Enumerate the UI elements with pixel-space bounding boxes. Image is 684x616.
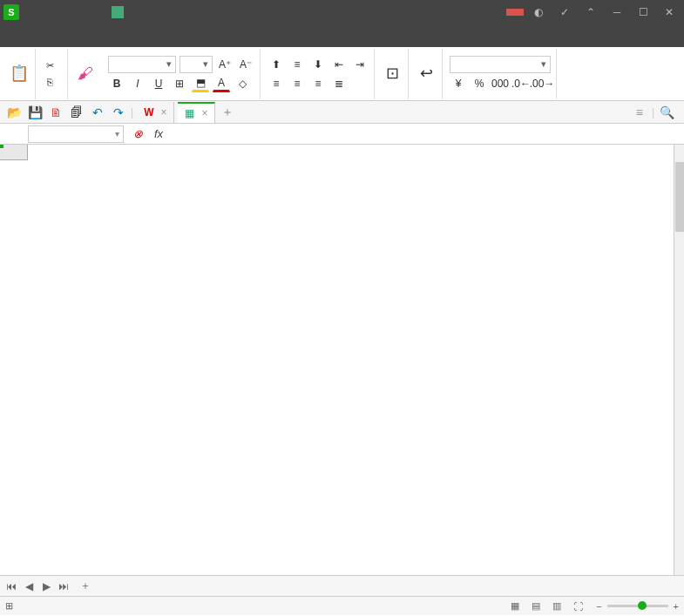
search-icon[interactable]: 🔍 [658,104,675,121]
collapse-ribbon-icon[interactable]: ⌃ [579,3,602,21]
titlebar: S ◐ ✓ ⌃ ─ ☐ ✕ [0,0,684,24]
increase-decimal-button[interactable]: .0← [512,75,530,92]
format-painter-big[interactable]: 🖌 [75,64,96,85]
close-icon[interactable]: × [201,107,207,119]
skin-icon[interactable]: ◐ [527,3,550,21]
font-size-select[interactable] [179,56,213,73]
indent-left-button[interactable]: ⇤ [330,56,348,73]
open-icon[interactable]: 📂 [5,104,23,121]
sheet-nav-next[interactable]: ▶ [38,579,54,594]
select-all-corner[interactable] [0,145,28,160]
save-icon[interactable]: 💾 [26,104,44,121]
font-color-button[interactable]: A [213,75,230,92]
login-button[interactable] [506,9,524,16]
paste-button[interactable]: 📋 [9,63,30,85]
formula-input[interactable] [169,125,684,143]
formula-bar: ⊗ fx [0,124,684,145]
wrap-icon: ↩ [416,63,437,84]
vertical-scrollbar[interactable] [674,145,684,575]
print-preview-icon[interactable]: 🗐 [68,104,85,121]
copy-button[interactable]: ⎘ [43,75,58,89]
currency-button[interactable]: ¥ [450,75,467,92]
percent-button[interactable]: % [471,75,488,92]
maximize-button[interactable]: ☐ [632,3,654,21]
align-center-button[interactable]: ≡ [288,75,306,92]
reading-view-button[interactable]: ⛶ [570,599,586,613]
fx-button[interactable]: fx [148,127,169,140]
align-right-button[interactable]: ≡ [309,75,327,92]
zoom-slider[interactable] [607,605,668,607]
fill-color-button[interactable]: ⬒ [192,75,209,92]
zoom-out-button[interactable]: − [596,601,601,612]
sheet-tab-bar: ⏮ ◀ ▶ ⏭ ＋ [0,575,684,596]
justify-button[interactable]: ≣ [330,75,348,92]
scissors-icon: ✂ [43,59,57,73]
border-button[interactable]: ⊞ [171,75,188,92]
document-tab[interactable]: ▦ × [178,102,215,123]
my-wps-tab[interactable]: W × [137,102,174,123]
align-top-button[interactable]: ⬆ [268,56,285,73]
close-icon[interactable]: × [160,106,166,118]
print-icon[interactable]: 🗎 [47,104,64,121]
ribbon: 📋 ✂ ⎘ 🖌 A⁺ A⁻ B I U ⊞ ⬒ A ◇ [0,47,684,101]
app-logo-icon: S [3,4,19,20]
menu-icon[interactable]: ≡ [631,104,648,121]
indent-right-button[interactable]: ⇥ [351,56,369,73]
sheet-nav-prev[interactable]: ◀ [21,579,37,594]
clipboard-icon: 📋 [9,63,30,84]
copy-icon: ⎘ [43,75,57,89]
wps-icon: W [144,106,153,118]
increase-font-button[interactable]: A⁺ [216,56,234,73]
cut-button[interactable]: ✂ [43,59,62,73]
decrease-decimal-button[interactable]: .00→ [533,75,551,92]
merge-center-button[interactable]: ⊡ [382,63,403,85]
decrease-font-button[interactable]: A⁻ [237,56,254,73]
page-break-view-button[interactable]: ▥ [549,599,565,613]
font-family-select[interactable] [108,56,176,73]
sheet-nav-first[interactable]: ⏮ [3,579,19,594]
brush-icon: 🖌 [75,64,96,85]
sheet-nav-last[interactable]: ⏭ [56,579,71,594]
feedback-icon[interactable]: ✓ [553,3,576,21]
align-bottom-button[interactable]: ⬇ [309,56,327,73]
status-bar: ⊞ ▦ ▤ ▥ ⛶ − + [0,596,684,615]
redo-icon[interactable]: ↷ [110,104,127,121]
cell-mode-icon: ⊞ [5,600,13,612]
italic-button[interactable]: I [129,75,146,92]
close-window-button[interactable]: ✕ [658,3,681,21]
normal-view-button[interactable]: ▦ [507,599,523,613]
clear-format-button[interactable]: ◇ [234,75,251,92]
align-left-button[interactable]: ≡ [268,75,285,92]
minimize-button[interactable]: ─ [606,3,628,21]
bold-button[interactable]: B [108,75,125,92]
undo-icon[interactable]: ↶ [89,104,106,121]
scroll-thumb[interactable] [675,162,684,232]
menu-bar [0,24,684,47]
zoom-in-button[interactable]: + [674,601,679,612]
new-tab-button[interactable]: ＋ [219,104,236,121]
document-icon [112,6,124,18]
spreadsheet-grid [0,145,684,575]
page-layout-view-button[interactable]: ▤ [528,599,544,613]
comma-button[interactable]: 000 [491,75,509,92]
xls-icon: ▦ [185,107,194,119]
name-box[interactable] [28,125,124,143]
doc-title [112,6,127,18]
cancel-formula-icon[interactable]: ⊗ [127,127,148,140]
add-sheet-button[interactable]: ＋ [75,579,96,593]
wrap-text-button[interactable]: ↩ [416,63,437,85]
underline-button[interactable]: U [150,75,167,92]
quick-access-bar: 📂 💾 🗎 🗐 ↶ ↷ | W × ▦ × ＋ ≡ | 🔍 [0,101,684,124]
number-format-select[interactable] [450,56,551,73]
merge-icon: ⊡ [382,63,403,84]
align-middle-button[interactable]: ≡ [288,56,306,73]
